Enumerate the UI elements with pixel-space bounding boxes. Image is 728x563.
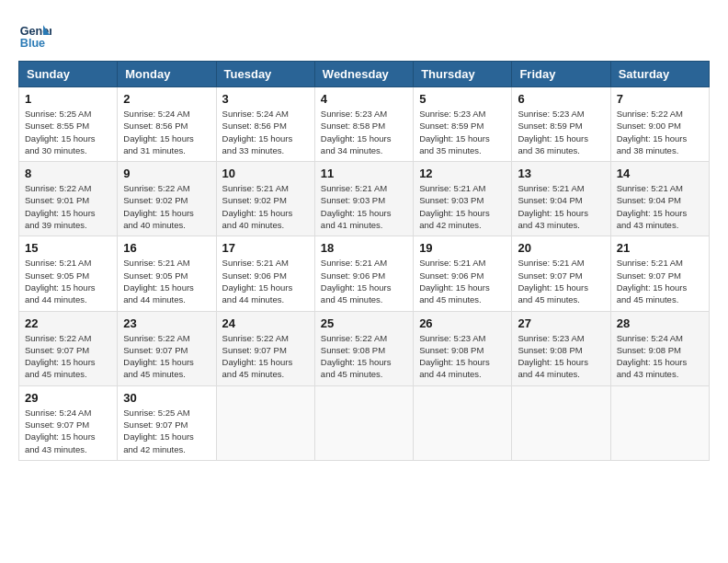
day-number: 14 bbox=[617, 167, 703, 180]
calendar-cell: 18Sunrise: 5:21 AMSunset: 9:06 PMDayligh… bbox=[314, 236, 413, 311]
day-info: Sunrise: 5:21 AMSunset: 9:07 PMDaylight:… bbox=[617, 257, 703, 305]
day-number: 22 bbox=[25, 316, 111, 330]
calendar-cell: 20Sunrise: 5:21 AMSunset: 9:07 PMDayligh… bbox=[512, 236, 610, 311]
day-info: Sunrise: 5:21 AMSunset: 9:04 PMDaylight:… bbox=[518, 182, 604, 231]
day-info: Sunrise: 5:21 AMSunset: 9:06 PMDaylight:… bbox=[321, 257, 407, 305]
day-number: 9 bbox=[123, 167, 210, 180]
calendar-cell: 12Sunrise: 5:21 AMSunset: 9:03 PMDayligh… bbox=[414, 162, 512, 236]
day-info: Sunrise: 5:21 AMSunset: 9:06 PMDaylight:… bbox=[222, 257, 309, 305]
calendar-cell: 8Sunrise: 5:22 AMSunset: 9:01 PMDaylight… bbox=[19, 162, 118, 236]
day-number: 25 bbox=[321, 316, 407, 330]
weekday-header-sunday: Sunday bbox=[19, 62, 118, 87]
day-number: 8 bbox=[25, 167, 111, 180]
calendar-cell: 3Sunrise: 5:24 AMSunset: 8:56 PMDaylight… bbox=[216, 87, 314, 162]
day-info: Sunrise: 5:22 AMSunset: 9:01 PMDaylight:… bbox=[25, 182, 111, 231]
calendar-cell: 23Sunrise: 5:22 AMSunset: 9:07 PMDayligh… bbox=[118, 311, 216, 385]
day-info: Sunrise: 5:21 AMSunset: 9:05 PMDaylight:… bbox=[25, 257, 111, 305]
calendar-cell: 26Sunrise: 5:23 AMSunset: 9:08 PMDayligh… bbox=[414, 311, 512, 385]
calendar-cell: 2Sunrise: 5:24 AMSunset: 8:56 PMDaylight… bbox=[118, 87, 216, 162]
day-info: Sunrise: 5:22 AMSunset: 9:07 PMDaylight:… bbox=[123, 332, 210, 381]
day-number: 10 bbox=[222, 167, 309, 180]
weekday-header-thursday: Thursday bbox=[414, 62, 512, 87]
day-number: 5 bbox=[419, 92, 506, 106]
day-info: Sunrise: 5:23 AMSunset: 8:58 PMDaylight:… bbox=[321, 108, 407, 156]
day-number: 26 bbox=[419, 316, 506, 330]
day-info: Sunrise: 5:21 AMSunset: 9:02 PMDaylight:… bbox=[222, 182, 309, 231]
calendar-week-4: 22Sunrise: 5:22 AMSunset: 9:07 PMDayligh… bbox=[19, 311, 710, 385]
day-number: 28 bbox=[617, 316, 703, 330]
day-number: 2 bbox=[123, 92, 210, 106]
day-number: 15 bbox=[25, 241, 111, 255]
calendar-cell: 17Sunrise: 5:21 AMSunset: 9:06 PMDayligh… bbox=[216, 236, 314, 311]
weekday-header-monday: Monday bbox=[118, 62, 216, 87]
calendar-cell: 15Sunrise: 5:21 AMSunset: 9:05 PMDayligh… bbox=[19, 236, 118, 311]
calendar-cell bbox=[512, 385, 610, 460]
calendar-cell: 5Sunrise: 5:23 AMSunset: 8:59 PMDaylight… bbox=[414, 87, 512, 162]
day-number: 21 bbox=[617, 241, 703, 255]
weekday-header-tuesday: Tuesday bbox=[216, 62, 314, 87]
day-number: 30 bbox=[123, 391, 210, 405]
calendar-cell bbox=[314, 385, 413, 460]
day-number: 19 bbox=[419, 241, 506, 255]
day-number: 12 bbox=[419, 167, 506, 180]
logo: General Blue bbox=[18, 18, 51, 52]
calendar-cell: 1Sunrise: 5:25 AMSunset: 8:55 PMDaylight… bbox=[19, 87, 118, 162]
day-number: 20 bbox=[518, 241, 604, 255]
day-info: Sunrise: 5:23 AMSunset: 8:59 PMDaylight:… bbox=[419, 108, 506, 156]
day-number: 27 bbox=[518, 316, 604, 330]
day-number: 7 bbox=[617, 92, 703, 106]
day-number: 29 bbox=[25, 391, 111, 405]
day-number: 24 bbox=[222, 316, 309, 330]
day-info: Sunrise: 5:22 AMSunset: 9:07 PMDaylight:… bbox=[222, 332, 309, 381]
calendar-table: SundayMondayTuesdayWednesdayThursdayFrid… bbox=[18, 61, 710, 461]
calendar-header: SundayMondayTuesdayWednesdayThursdayFrid… bbox=[19, 62, 710, 87]
day-number: 6 bbox=[518, 92, 604, 106]
day-info: Sunrise: 5:24 AMSunset: 8:56 PMDaylight:… bbox=[123, 108, 210, 156]
calendar-cell: 10Sunrise: 5:21 AMSunset: 9:02 PMDayligh… bbox=[216, 162, 314, 236]
weekday-header-friday: Friday bbox=[512, 62, 610, 87]
calendar-cell bbox=[414, 385, 512, 460]
day-info: Sunrise: 5:21 AMSunset: 9:03 PMDaylight:… bbox=[321, 182, 407, 231]
day-number: 23 bbox=[123, 316, 210, 330]
calendar-cell bbox=[610, 385, 709, 460]
day-info: Sunrise: 5:21 AMSunset: 9:05 PMDaylight:… bbox=[123, 257, 210, 305]
calendar-cell: 28Sunrise: 5:24 AMSunset: 9:08 PMDayligh… bbox=[610, 311, 709, 385]
weekday-header-wednesday: Wednesday bbox=[314, 62, 413, 87]
day-info: Sunrise: 5:22 AMSunset: 9:08 PMDaylight:… bbox=[321, 332, 407, 381]
day-info: Sunrise: 5:21 AMSunset: 9:04 PMDaylight:… bbox=[617, 182, 703, 231]
day-info: Sunrise: 5:22 AMSunset: 9:00 PMDaylight:… bbox=[617, 108, 703, 156]
calendar-cell bbox=[216, 385, 314, 460]
day-number: 16 bbox=[123, 241, 210, 255]
day-number: 13 bbox=[518, 167, 604, 180]
calendar-week-1: 1Sunrise: 5:25 AMSunset: 8:55 PMDaylight… bbox=[19, 87, 710, 162]
calendar-cell: 7Sunrise: 5:22 AMSunset: 9:00 PMDaylight… bbox=[610, 87, 709, 162]
day-info: Sunrise: 5:21 AMSunset: 9:03 PMDaylight:… bbox=[419, 182, 506, 231]
day-info: Sunrise: 5:25 AMSunset: 9:07 PMDaylight:… bbox=[123, 407, 210, 455]
calendar-week-2: 8Sunrise: 5:22 AMSunset: 9:01 PMDaylight… bbox=[19, 162, 710, 236]
day-number: 3 bbox=[222, 92, 309, 106]
day-number: 18 bbox=[321, 241, 407, 255]
calendar-cell: 6Sunrise: 5:23 AMSunset: 8:59 PMDaylight… bbox=[512, 87, 610, 162]
day-info: Sunrise: 5:23 AMSunset: 9:08 PMDaylight:… bbox=[419, 332, 506, 381]
day-info: Sunrise: 5:22 AMSunset: 9:02 PMDaylight:… bbox=[123, 182, 210, 231]
calendar-cell: 14Sunrise: 5:21 AMSunset: 9:04 PMDayligh… bbox=[610, 162, 709, 236]
calendar-cell: 24Sunrise: 5:22 AMSunset: 9:07 PMDayligh… bbox=[216, 311, 314, 385]
day-number: 1 bbox=[25, 92, 111, 106]
calendar-cell: 4Sunrise: 5:23 AMSunset: 8:58 PMDaylight… bbox=[314, 87, 413, 162]
calendar-week-5: 29Sunrise: 5:24 AMSunset: 9:07 PMDayligh… bbox=[19, 385, 710, 460]
calendar-week-3: 15Sunrise: 5:21 AMSunset: 9:05 PMDayligh… bbox=[19, 236, 710, 311]
calendar-cell: 22Sunrise: 5:22 AMSunset: 9:07 PMDayligh… bbox=[19, 311, 118, 385]
calendar-cell: 11Sunrise: 5:21 AMSunset: 9:03 PMDayligh… bbox=[314, 162, 413, 236]
day-info: Sunrise: 5:23 AMSunset: 9:08 PMDaylight:… bbox=[518, 332, 604, 381]
logo-icon: General Blue bbox=[18, 18, 51, 52]
day-info: Sunrise: 5:24 AMSunset: 9:08 PMDaylight:… bbox=[617, 332, 703, 381]
day-info: Sunrise: 5:23 AMSunset: 8:59 PMDaylight:… bbox=[518, 108, 604, 156]
day-info: Sunrise: 5:25 AMSunset: 8:55 PMDaylight:… bbox=[25, 108, 111, 156]
day-info: Sunrise: 5:24 AMSunset: 9:07 PMDaylight:… bbox=[25, 407, 111, 455]
day-number: 11 bbox=[321, 167, 407, 180]
calendar-cell: 16Sunrise: 5:21 AMSunset: 9:05 PMDayligh… bbox=[118, 236, 216, 311]
calendar-cell: 27Sunrise: 5:23 AMSunset: 9:08 PMDayligh… bbox=[512, 311, 610, 385]
day-number: 4 bbox=[321, 92, 407, 106]
day-info: Sunrise: 5:21 AMSunset: 9:06 PMDaylight:… bbox=[419, 257, 506, 305]
day-info: Sunrise: 5:22 AMSunset: 9:07 PMDaylight:… bbox=[25, 332, 111, 381]
